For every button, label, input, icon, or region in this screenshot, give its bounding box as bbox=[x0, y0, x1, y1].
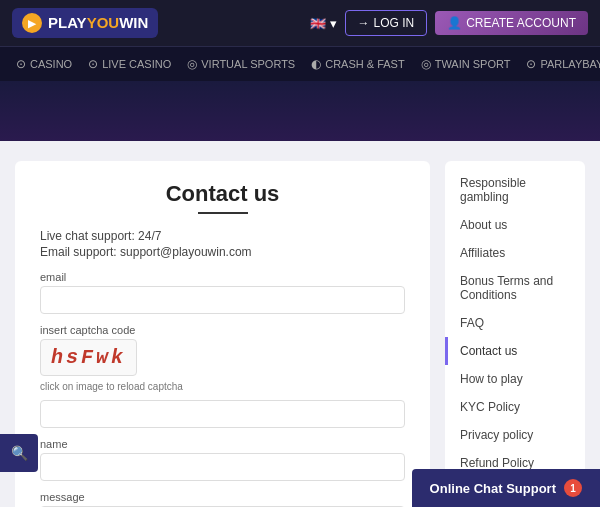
captcha-reload-text[interactable]: click on image to reload captcha bbox=[40, 381, 405, 392]
nav-casino-label: CASINO bbox=[30, 58, 72, 70]
captcha-image[interactable]: hsFwk bbox=[40, 339, 137, 376]
message-label: message bbox=[40, 491, 405, 503]
name-input[interactable] bbox=[40, 453, 405, 481]
sidebar-item-privacy-policy[interactable]: Privacy policy bbox=[445, 421, 585, 449]
captcha-input[interactable] bbox=[40, 400, 405, 428]
nav-twain-sport-label: TWAIN SPORT bbox=[435, 58, 511, 70]
nav-virtual-sports[interactable]: ◎ VIRTUAL SPORTS bbox=[179, 47, 303, 81]
email-support-info: Email support: support@playouwin.com bbox=[40, 245, 405, 259]
nav-virtual-sports-label: VIRTUAL SPORTS bbox=[201, 58, 295, 70]
nav-crash-fast[interactable]: ◐ CRASH & FAST bbox=[303, 47, 412, 81]
contact-form-area: Contact us Live chat support: 24/7 Email… bbox=[15, 161, 430, 507]
hero-banner bbox=[0, 81, 600, 141]
logo-icon: ▶ bbox=[22, 13, 42, 33]
captcha-label: insert captcha code bbox=[40, 324, 405, 336]
contact-title: Contact us bbox=[40, 181, 405, 207]
nav-parlaybay-label: PARLAYBAY bbox=[540, 58, 600, 70]
logo-text: PLAYYOUWIN bbox=[48, 14, 148, 32]
twain-sport-icon: ◎ bbox=[421, 57, 431, 71]
nav-crash-fast-label: CRASH & FAST bbox=[325, 58, 404, 70]
virtual-sports-icon: ◎ bbox=[187, 57, 197, 71]
crash-fast-icon: ◐ bbox=[311, 57, 321, 71]
login-icon: → bbox=[358, 16, 370, 30]
language-arrow: ▾ bbox=[330, 16, 337, 31]
live-chat-info: Live chat support: 24/7 bbox=[40, 229, 405, 243]
chat-badge: 1 bbox=[564, 479, 582, 497]
live-casino-icon: ⊙ bbox=[88, 57, 98, 71]
parlaybay-icon: ⊙ bbox=[526, 57, 536, 71]
nav-casino[interactable]: ⊙ CASINO bbox=[8, 47, 80, 81]
sidebar-item-how-to-play[interactable]: How to play bbox=[445, 365, 585, 393]
header-right: 🇬🇧 ▾ → LOG IN 👤 CREATE ACCOUNT bbox=[310, 10, 588, 36]
create-label: CREATE ACCOUNT bbox=[466, 16, 576, 30]
search-button[interactable]: 🔍 bbox=[0, 434, 38, 472]
create-account-button[interactable]: 👤 CREATE ACCOUNT bbox=[435, 11, 588, 35]
login-button[interactable]: → LOG IN bbox=[345, 10, 428, 36]
sidebar-item-bonus-terms[interactable]: Bonus Terms and Conditions bbox=[445, 267, 585, 309]
title-underline bbox=[198, 212, 248, 214]
header: ▶ PLAYYOUWIN 🇬🇧 ▾ → LOG IN 👤 CREATE ACCO… bbox=[0, 0, 600, 47]
name-label: name bbox=[40, 438, 405, 450]
create-icon: 👤 bbox=[447, 16, 462, 30]
nav-parlaybay[interactable]: ⊙ PARLAYBAY bbox=[518, 47, 600, 81]
sidebar-item-faq[interactable]: FAQ bbox=[445, 309, 585, 337]
nav-twain-sport[interactable]: ◎ TWAIN SPORT bbox=[413, 47, 519, 81]
flag-icon: 🇬🇧 bbox=[310, 16, 326, 31]
language-selector[interactable]: 🇬🇧 ▾ bbox=[310, 16, 337, 31]
nav-live-casino-label: LIVE CASINO bbox=[102, 58, 171, 70]
sidebar: Responsible gambling About us Affiliates… bbox=[445, 161, 585, 507]
main-content: Contact us Live chat support: 24/7 Email… bbox=[0, 141, 600, 507]
nav-live-casino[interactable]: ⊙ LIVE CASINO bbox=[80, 47, 179, 81]
login-label: LOG IN bbox=[374, 16, 415, 30]
casino-icon: ⊙ bbox=[16, 57, 26, 71]
sidebar-item-about-us[interactable]: About us bbox=[445, 211, 585, 239]
sidebar-item-responsible-gambling[interactable]: Responsible gambling bbox=[445, 169, 585, 211]
sidebar-item-contact-us[interactable]: Contact us bbox=[445, 337, 585, 365]
search-icon: 🔍 bbox=[11, 445, 28, 461]
sidebar-item-kyc-policy[interactable]: KYC Policy bbox=[445, 393, 585, 421]
nav-bar: ⊙ CASINO ⊙ LIVE CASINO ◎ VIRTUAL SPORTS … bbox=[0, 47, 600, 81]
chat-support-button[interactable]: Online Chat Support 1 bbox=[412, 469, 600, 507]
support-info: Live chat support: 24/7 Email support: s… bbox=[40, 229, 405, 259]
sidebar-item-affiliates[interactable]: Affiliates bbox=[445, 239, 585, 267]
logo[interactable]: ▶ PLAYYOUWIN bbox=[12, 8, 158, 38]
email-label: email bbox=[40, 271, 405, 283]
email-input[interactable] bbox=[40, 286, 405, 314]
chat-support-label: Online Chat Support bbox=[430, 481, 556, 496]
